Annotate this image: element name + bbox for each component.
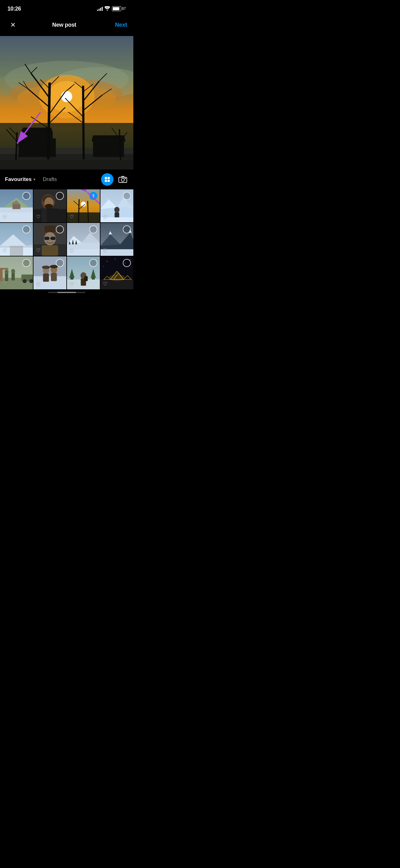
svg-point-160	[107, 261, 107, 262]
svg-rect-130	[0, 268, 8, 270]
svg-rect-138	[51, 273, 57, 281]
svg-rect-102	[44, 237, 49, 240]
heart-icon: ♡	[103, 247, 107, 253]
list-item[interactable]: ♡	[67, 223, 100, 256]
selection-circle	[22, 192, 30, 200]
next-button[interactable]: Next	[108, 22, 127, 28]
album-left: Favourites ▾ Drafts	[5, 176, 57, 183]
heart-icon: ♡	[69, 281, 74, 287]
status-time: 10:26	[7, 6, 21, 12]
selection-circle	[123, 225, 131, 234]
page-title: New post	[52, 22, 76, 28]
album-bar: Favourites ▾ Drafts	[0, 169, 133, 189]
svg-rect-53	[105, 177, 107, 179]
status-bar: 10:26 87	[0, 0, 133, 16]
nav-bar: × New post Next	[0, 16, 133, 36]
svg-rect-64	[12, 204, 20, 209]
photo-grid: ♡ ♡	[0, 189, 133, 289]
svg-rect-50	[0, 160, 133, 169]
close-button[interactable]: ×	[6, 18, 20, 32]
svg-rect-96	[10, 246, 23, 256]
svg-rect-136	[43, 266, 49, 269]
multi-select-button[interactable]	[101, 173, 113, 186]
selection-circle	[56, 192, 64, 200]
svg-point-59	[125, 178, 126, 179]
album-right	[101, 173, 128, 186]
list-item[interactable]: ♡	[33, 256, 66, 289]
svg-rect-56	[108, 180, 110, 182]
selection-circle: 2	[89, 192, 97, 200]
selection-circle	[123, 192, 131, 200]
heart-icon: ♡	[69, 214, 74, 220]
svg-line-79	[78, 199, 79, 222]
svg-rect-149	[84, 276, 88, 281]
album-selector[interactable]: Favourites ▾	[5, 176, 35, 183]
heart-icon: ♡	[2, 214, 7, 220]
chevron-down-icon: ▾	[33, 177, 35, 182]
svg-rect-54	[108, 177, 110, 179]
selection-circle	[22, 225, 30, 234]
svg-marker-18	[92, 135, 126, 142]
svg-rect-55	[105, 180, 107, 182]
selection-circle	[89, 225, 97, 234]
heart-icon: ♡	[36, 247, 40, 253]
wifi-icon	[104, 6, 110, 11]
svg-rect-140	[51, 265, 57, 269]
camera-button[interactable]	[117, 174, 128, 185]
svg-point-123	[5, 270, 9, 274]
list-item[interactable]: ♡	[0, 223, 33, 256]
svg-point-161	[115, 258, 116, 259]
battery-percent: 87	[122, 6, 126, 11]
list-item[interactable]: ♡	[0, 256, 33, 289]
svg-rect-103	[51, 237, 56, 240]
status-icons: 87	[97, 6, 126, 11]
battery-icon: 87	[112, 6, 126, 11]
selection-circle	[22, 259, 30, 267]
list-item[interactable]: 2 ♡	[67, 189, 100, 222]
svg-point-89	[114, 207, 120, 213]
svg-rect-134	[43, 274, 49, 282]
heart-icon: ♡	[36, 214, 40, 220]
album-name-text: Favourites	[5, 176, 32, 183]
heart-icon: ♡	[103, 214, 107, 220]
main-preview	[0, 36, 133, 169]
svg-point-157	[109, 274, 125, 281]
selection-circle	[56, 259, 64, 267]
list-item[interactable]: ♡	[100, 223, 133, 256]
svg-rect-74	[42, 208, 47, 222]
selection-circle	[123, 259, 131, 267]
list-item[interactable]: ♡	[33, 189, 66, 222]
heart-icon: ♡	[2, 247, 7, 253]
list-item[interactable]: ♡	[0, 189, 33, 222]
list-item[interactable]: ♡	[67, 256, 100, 289]
heart-icon: ♡	[103, 281, 107, 287]
scrollbar-track	[48, 292, 85, 293]
svg-point-0	[107, 10, 108, 10]
scrollbar-thumb	[57, 292, 76, 293]
svg-rect-129	[0, 268, 2, 281]
list-item[interactable]: ♡	[100, 189, 133, 222]
heart-icon: ♡	[69, 247, 74, 253]
svg-point-127	[23, 279, 27, 283]
list-item[interactable]: ♡	[100, 256, 133, 289]
heart-icon: ♡	[2, 281, 7, 287]
selection-circle	[56, 225, 64, 234]
selection-circle	[89, 259, 97, 267]
svg-point-125	[11, 269, 15, 274]
svg-rect-100	[44, 225, 56, 232]
drafts-button[interactable]: Drafts	[43, 176, 57, 183]
svg-line-33	[83, 86, 84, 169]
svg-point-58	[121, 179, 124, 182]
list-item[interactable]: ♡	[33, 223, 66, 256]
signal-icon	[97, 6, 103, 11]
svg-point-72	[45, 204, 53, 209]
heart-icon: ♡	[36, 281, 40, 287]
svg-rect-105	[42, 245, 58, 256]
scrollbar	[0, 289, 133, 294]
svg-point-164	[104, 266, 104, 267]
